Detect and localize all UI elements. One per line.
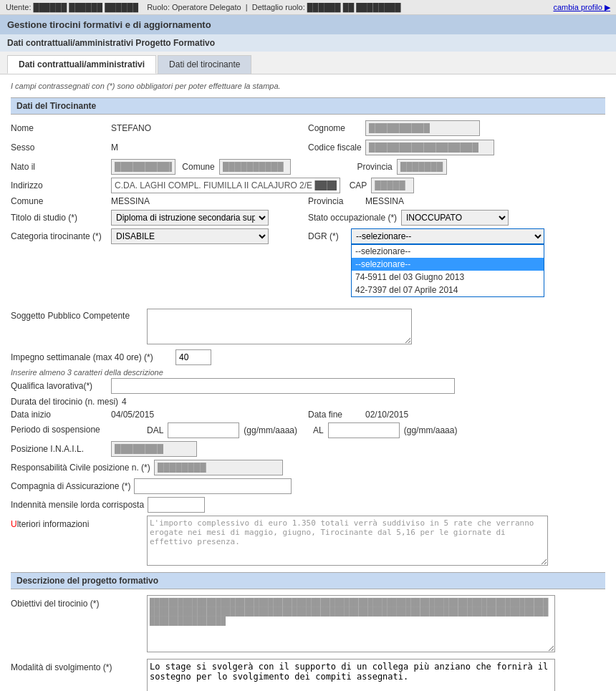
descrizione-header: Descrizione del progetto formativo xyxy=(11,572,605,589)
dgr-option-1[interactable]: 74-5911 del 03 Giugno 2013 xyxy=(352,271,544,284)
modalita-row: Modalità di svolgimento (*) Lo stage si … xyxy=(11,659,605,691)
provincia-nato-input[interactable] xyxy=(397,159,447,175)
posizione-input[interactable] xyxy=(111,441,197,457)
durata-value: 4 xyxy=(122,397,127,407)
al-input[interactable]: 21/08/2015 xyxy=(328,422,400,438)
codice-fiscale-input[interactable] xyxy=(365,140,494,155)
modalita-content: Lo stage si svolgerà con il supporto di … xyxy=(147,659,605,691)
ulteriori-row: Ulteriori informazioni L'importo comples… xyxy=(11,516,605,568)
cap-input[interactable] xyxy=(371,178,414,193)
durata-row: Durata del tirocinio (n. mesi) 4 xyxy=(11,397,605,407)
section-subtitle: Dati contrattuali/amministrativi Progett… xyxy=(0,34,616,52)
impegno-input[interactable] xyxy=(175,349,211,365)
modalita-textarea[interactable]: Lo stage si svolgerà con il supporto di … xyxy=(147,659,555,691)
tabs-container: Dati contrattuali/amministrativi Dati de… xyxy=(0,52,616,74)
periodo-group: DAL 10/08/2015 (gg/mm/aaaa) AL 21/08/201… xyxy=(147,422,605,438)
al-label: AL xyxy=(313,425,324,435)
nascita-row: Nato il Comune Provincia xyxy=(11,159,605,175)
comune-prov-row: Comune MESSINA Provincia MESSINA xyxy=(11,196,605,206)
ruolo-value: Operatore Delegato xyxy=(172,3,241,11)
nome-label: Nome xyxy=(11,123,111,133)
ulteriori-textarea[interactable]: L'importo complessivo di euro 1.350 tota… xyxy=(147,516,548,566)
soggetto-label: Soggetto Pubblico Competente xyxy=(11,309,147,321)
page-title: Gestione tirocini formativi e di aggiorn… xyxy=(0,15,616,34)
indirizzo-input[interactable] xyxy=(111,178,340,193)
categoria-pair: Categoria tirocinante (*) DISABILE xyxy=(11,228,308,244)
periodo-label: Periodo di sospensione xyxy=(11,422,147,435)
al-hint: (gg/mm/aaaa) xyxy=(404,425,458,435)
nato-il-input[interactable] xyxy=(111,159,175,175)
obiettivi-textarea[interactable]: ████████████████████████████████████████… xyxy=(147,595,555,652)
stato-pair: Stato occupazionale (*) INOCCUPATO xyxy=(308,210,605,226)
dgr-dropdown-container: --selezionare-- 74-5911 del 03 Giugno 20… xyxy=(351,228,544,244)
data-fine-pair: Data fine 02/10/2015 xyxy=(308,410,605,420)
dgr-option-2[interactable]: 42-7397 del 07 Aprile 2014 xyxy=(352,284,544,296)
prov-res-label: Provincia xyxy=(308,196,365,206)
dgr-pair: DGR (*) --selezionare-- 74-5911 del 03 G… xyxy=(308,228,605,244)
impegno-row: Impegno settimanale (max 40 ore) (*) xyxy=(11,349,605,365)
comune-nato-input[interactable] xyxy=(219,159,291,175)
indirizzo-label: Indirizzo xyxy=(11,180,111,190)
dgr-dropdown-list: --selezionare-- --selezionare-- 74-5911 … xyxy=(351,244,544,297)
tab-dati-contrattuali[interactable]: Dati contrattuali/amministrativi xyxy=(7,55,156,74)
cambia-profilo-anchor[interactable]: cambia profilo ▶ xyxy=(553,3,610,11)
comune-nato-label: Comune xyxy=(182,162,214,172)
durata-label: Durata del tirocinio (n. mesi) xyxy=(11,397,122,407)
obiettivi-label: Obiettivi del tirocinio (*) xyxy=(11,595,147,609)
data-inizio-pair: Data inizio 04/05/2015 xyxy=(11,410,308,420)
titolo-pair: Titolo di studio (*) Diploma di istruzio… xyxy=(11,210,308,226)
cf-pair: Codice fiscale xyxy=(308,140,605,155)
ulteriori-content: L'importo complessivo di euro 1.350 tota… xyxy=(147,516,605,568)
titolo-label: Titolo di studio (*) xyxy=(11,213,111,223)
dal-hint: (gg/mm/aaaa) xyxy=(244,425,297,435)
data-fine-label: Data fine xyxy=(308,410,365,420)
resp-label: Responsabilità Civile posizione n. (*) xyxy=(11,463,154,473)
categoria-select[interactable]: DISABILE xyxy=(111,228,269,244)
nome-pair: Nome STEFANO xyxy=(11,123,308,133)
qualifica-label: Qualifica lavorativa(*) xyxy=(11,381,111,391)
data-inizio-value: 04/05/2015 xyxy=(111,410,154,420)
mandatory-note: I campi contrassegnati con (*) sono obbl… xyxy=(11,82,605,90)
modalita-label: Modalità di svolgimento (*) xyxy=(11,659,147,672)
qualifica-input[interactable]: 2.1.1.4.1.17 - SVILUPPATORE SOFTWARE xyxy=(111,378,455,394)
cognome-pair: Cognome xyxy=(308,120,605,136)
compagnia-row: Compagnia di Assicurazione (*) ASSICURAZ… xyxy=(11,478,605,494)
dgr-select[interactable]: --selezionare-- 74-5911 del 03 Giugno 20… xyxy=(351,228,544,244)
qualifica-row: Qualifica lavorativa(*) 2.1.1.4.1.17 - S… xyxy=(11,378,605,394)
indirizzo-cap-row: Indirizzo CAP xyxy=(11,178,605,193)
periodo-content: DAL 10/08/2015 (gg/mm/aaaa) AL 21/08/201… xyxy=(147,422,605,438)
prov-res-value: MESSINA xyxy=(365,196,404,206)
stato-select[interactable]: INOCCUPATO xyxy=(401,210,509,226)
cap-label: CAP xyxy=(350,180,367,190)
comune-res-label: Comune xyxy=(11,196,111,206)
sesso-cf-row: Sesso M Codice fiscale xyxy=(11,140,605,155)
prov-res-pair: Provincia MESSINA xyxy=(308,196,605,206)
soggetto-content xyxy=(147,309,605,347)
dgr-option-selezionare[interactable]: --selezionare-- xyxy=(352,245,544,258)
sesso-label: Sesso xyxy=(11,142,111,153)
soggetto-textarea[interactable] xyxy=(147,309,412,344)
cambia-profilo-link[interactable]: cambia profilo ▶ xyxy=(553,2,610,12)
content-area: I campi contrassegnati con (*) sono obbl… xyxy=(0,74,616,691)
soggetto-row: Soggetto Pubblico Competente xyxy=(11,309,605,347)
posizione-label: Posizione I.N.A.I.L. xyxy=(11,444,111,454)
tab-dati-tirocinante[interactable]: Dati del tirocinante xyxy=(158,55,251,74)
top-bar: Utente: ██████ ██████ ██████ Ruolo: Oper… xyxy=(0,0,616,15)
user-info: Utente: ██████ ██████ ██████ Ruolo: Oper… xyxy=(6,3,401,11)
compagnia-input[interactable]: ASSICURAZIONI GENERALI xyxy=(134,478,292,494)
compagnia-label: Compagnia di Assicurazione (*) xyxy=(11,481,134,491)
dal-input[interactable]: 10/08/2015 xyxy=(168,422,239,438)
cf-label: Codice fiscale xyxy=(308,142,365,153)
nome-value: STEFANO xyxy=(111,123,151,133)
titolo-stato-row: Titolo di studio (*) Diploma di istruzio… xyxy=(11,210,605,226)
cognome-input[interactable] xyxy=(365,120,480,136)
titolo-select[interactable]: Diploma di istruzione secondaria superio xyxy=(111,210,269,226)
resp-input[interactable] xyxy=(154,460,283,475)
dgr-option-selected[interactable]: --selezionare-- xyxy=(352,258,544,271)
resp-row: Responsabilità Civile posizione n. (*) xyxy=(11,460,605,475)
dal-label: DAL xyxy=(147,425,163,435)
indennita-input[interactable]: 540 xyxy=(148,497,205,513)
ulteriori-label: Ulteriori informazioni xyxy=(11,516,147,529)
nome-cognome-row: Nome STEFANO Cognome xyxy=(11,120,605,136)
indennita-label: Indennità mensile lorda corrisposta xyxy=(11,500,148,510)
